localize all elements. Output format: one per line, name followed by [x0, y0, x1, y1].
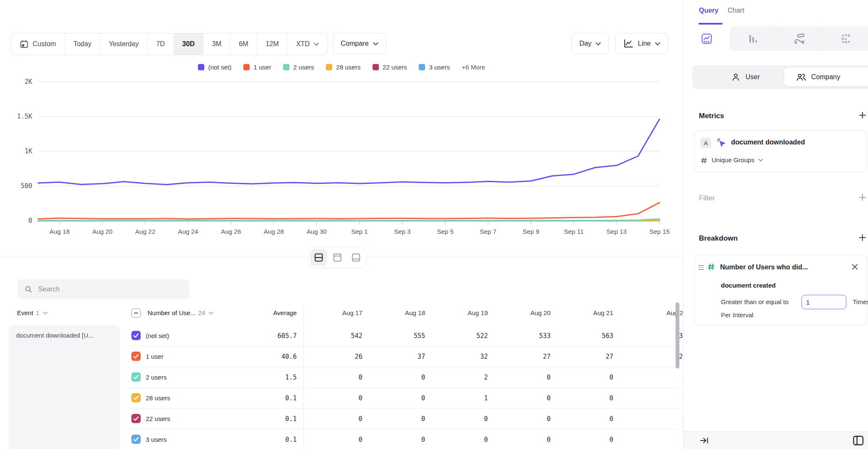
cell-value: 0 [428, 436, 488, 443]
svg-text:Sep 5: Sep 5 [437, 228, 453, 235]
check-icon [133, 333, 139, 338]
svg-text:Sep 9: Sep 9 [523, 228, 539, 235]
user-icon [731, 72, 740, 82]
table-scrollbar[interactable] [676, 302, 679, 369]
chevron-down-icon [595, 42, 601, 46]
range-7d[interactable]: 7D [147, 33, 173, 55]
date-column-header: Aug 19 [433, 309, 488, 316]
compare-button[interactable]: Compare [333, 33, 387, 54]
table-top-icon[interactable] [329, 249, 346, 266]
range-3m[interactable]: 3M [203, 33, 230, 55]
per-interval-label: Per Interval [721, 311, 754, 319]
metric-card[interactable]: A document downloaded Unique Groups [694, 130, 867, 172]
chart-type-bar[interactable] [730, 26, 776, 51]
add-filter-button[interactable] [858, 193, 867, 202]
cell-value: 26 [303, 353, 362, 360]
interval-dropdown[interactable]: Day [571, 33, 609, 54]
breakdown-condition: Greater than or equal to [721, 298, 788, 305]
view-toggle-group [308, 247, 367, 268]
check-icon [133, 374, 139, 380]
svg-text:Aug 26: Aug 26 [221, 228, 241, 235]
drag-handle-icon[interactable] [698, 265, 704, 270]
row-divider [126, 388, 678, 388]
breakdown-title: Number of Users who did... [720, 263, 808, 271]
check-icon [133, 437, 139, 442]
series-checkbox[interactable] [131, 393, 141, 402]
series-checkbox[interactable] [131, 372, 141, 382]
range-label: Custom [33, 40, 56, 48]
svg-text:1K: 1K [25, 147, 32, 155]
table-bottom-icon[interactable] [348, 249, 364, 266]
audience-toggle: User Company [692, 65, 868, 89]
event-column-header[interactable]: Event 1 [17, 309, 48, 316]
main-area: Custom Today Yesterday 7D 30D 3M 6M 12M … [0, 0, 683, 449]
line-chart: 05001K1.5K2KAug 18Aug 20Aug 22Aug 24Aug … [0, 59, 683, 246]
row-divider [126, 408, 678, 409]
chevron-down-icon [655, 42, 660, 46]
range-custom[interactable]: Custom [11, 33, 64, 55]
cell-value: 0 [554, 374, 613, 381]
table-row: (not set)605.7542555522533563537 [0, 325, 683, 346]
chart-type-dropdown[interactable]: Line [615, 33, 668, 54]
cell-value: 522 [428, 332, 488, 340]
average-value: 605.7 [242, 332, 297, 340]
series-column-header[interactable]: Number of Use... 24 [147, 309, 214, 316]
close-icon[interactable] [851, 263, 858, 270]
chart-type-flow[interactable] [776, 26, 822, 51]
tab-query[interactable]: Query [699, 7, 718, 14]
svg-text:Aug 30: Aug 30 [306, 228, 327, 235]
series-checkbox[interactable] [131, 435, 141, 444]
cell-value: 27 [554, 353, 613, 360]
range-12m[interactable]: 12M [257, 33, 287, 55]
audience-company[interactable]: Company [784, 68, 868, 86]
svg-text:Aug 28: Aug 28 [264, 228, 284, 235]
series-label: (not set) [146, 332, 169, 339]
svg-text:1.5K: 1.5K [17, 113, 32, 120]
series-label: 28 users [146, 394, 170, 402]
cell-value: 1 [428, 394, 488, 402]
range-today[interactable]: Today [64, 33, 100, 55]
times-label: Times [853, 298, 868, 305]
cell-value: 542 [303, 332, 362, 340]
range-6m[interactable]: 6M [230, 33, 256, 55]
cell-value: 0 [627, 415, 683, 423]
cell-value: 0 [491, 415, 551, 423]
add-metric-button[interactable] [858, 111, 867, 119]
cell-value: 0 [366, 374, 425, 381]
range-yesterday[interactable]: Yesterday [100, 33, 147, 55]
chevron-down-icon [373, 42, 378, 46]
range-xtd[interactable]: XTD [287, 33, 328, 55]
series-checkbox[interactable] [131, 352, 141, 361]
row-divider [126, 367, 678, 367]
cell-value: 0 [627, 374, 683, 381]
check-icon [133, 416, 139, 421]
search-input[interactable] [37, 285, 183, 294]
average-value: 40.6 [242, 353, 297, 360]
row-divider [126, 346, 678, 346]
metrics-heading: Metrics [699, 112, 724, 120]
chart-type-scatter[interactable] [822, 26, 868, 51]
check-icon [133, 395, 139, 400]
audience-user[interactable]: User [731, 72, 760, 82]
select-all-checkbox[interactable] [131, 308, 141, 318]
breakdown-heading: Breakdown [699, 234, 738, 243]
range-30d[interactable]: 30D [173, 33, 203, 55]
collapse-panel-icon[interactable] [700, 436, 709, 445]
measure-dropdown[interactable]: Unique Groups [712, 156, 763, 164]
cell-value: 0 [366, 415, 425, 423]
cell-value: 0 [303, 374, 362, 381]
times-input[interactable] [801, 295, 846, 309]
bar-chart-icon [747, 33, 759, 44]
add-breakdown-button[interactable] [858, 233, 867, 242]
metric-badge: A [701, 138, 711, 148]
tab-chart[interactable]: Chart [728, 7, 744, 14]
cell-value: 2 [428, 374, 488, 381]
cell-value: 0 [303, 394, 362, 402]
svg-text:Sep 7: Sep 7 [480, 228, 496, 235]
panel-right-icon[interactable] [852, 435, 864, 446]
series-checkbox[interactable] [131, 414, 141, 423]
chart-type-line[interactable] [684, 26, 730, 51]
chart-type-strip [684, 26, 868, 51]
series-checkbox[interactable] [131, 331, 141, 340]
split-horizontal-icon[interactable] [310, 249, 327, 266]
